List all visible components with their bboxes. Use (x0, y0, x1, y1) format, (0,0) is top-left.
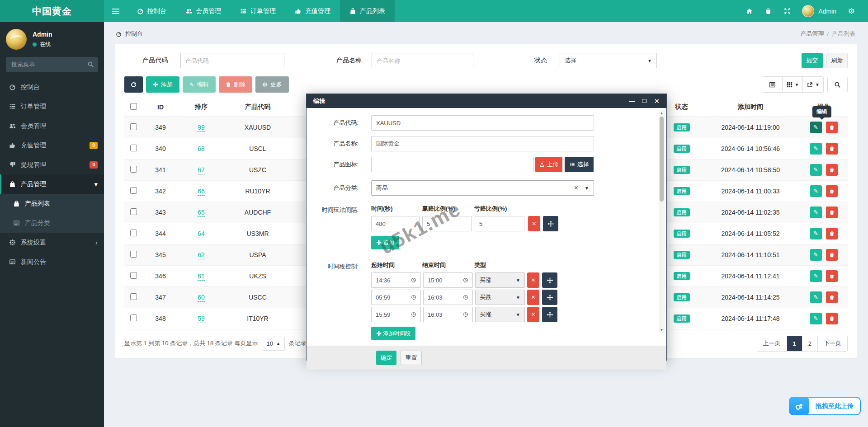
sidebar-toggle-button[interactable] (104, 0, 127, 22)
move-handle-button[interactable] (542, 272, 557, 288)
row-edit-button[interactable]: ✎ (810, 228, 822, 239)
period-start-input[interactable]: 14:36 (371, 272, 421, 288)
select-all-checkbox[interactable] (130, 103, 137, 110)
header-status[interactable]: 状态 (662, 98, 701, 117)
row-checkbox[interactable] (130, 251, 137, 258)
interval-time-input[interactable] (371, 216, 420, 231)
sort-link[interactable]: 66 (198, 188, 205, 196)
sidebar-item-dashboard[interactable]: 控制台 (0, 77, 104, 97)
settings-button[interactable] (842, 0, 861, 22)
sort-link[interactable]: 99 (198, 124, 205, 132)
modal-header[interactable]: 编辑 — ✕ (307, 94, 666, 108)
period-type-select[interactable]: 买涨▼ (475, 307, 525, 322)
scroll-up-icon[interactable]: ▲ (659, 111, 665, 115)
sort-link[interactable]: 68 (198, 145, 205, 153)
row-edit-button[interactable]: ✎ (810, 122, 822, 133)
nav-item-members[interactable]: 会员管理 (176, 0, 231, 22)
close-icon[interactable]: ✕ (654, 98, 660, 104)
toggle-view-button[interactable] (762, 77, 783, 92)
user-menu[interactable]: Admin (797, 5, 842, 17)
row-delete-button[interactable] (826, 164, 838, 176)
row-delete-button[interactable] (826, 143, 838, 155)
row-checkbox[interactable] (130, 230, 137, 236)
remove-interval-button[interactable]: ✕ (528, 216, 540, 231)
sidebar-item-withdraw[interactable]: 提现管理0 (0, 155, 104, 174)
sidebar-item-recharge[interactable]: 充值管理0 (0, 136, 104, 155)
interval-lose-input[interactable] (475, 216, 524, 231)
row-delete-button[interactable] (826, 206, 838, 218)
remove-period-button[interactable]: ✕ (527, 290, 539, 305)
columns-button[interactable]: ▼ (783, 77, 803, 92)
header-sort[interactable]: 排序 (179, 98, 224, 117)
more-button[interactable]: 更多 (255, 76, 289, 93)
clear-cache-button[interactable] (759, 0, 778, 22)
row-edit-button[interactable]: ✎ (810, 313, 822, 324)
row-edit-button[interactable]: ✎ (810, 185, 822, 197)
move-handle-button[interactable] (542, 307, 557, 322)
maximize-icon[interactable] (642, 99, 646, 103)
period-start-input[interactable]: 05:59 (371, 290, 421, 305)
sort-link[interactable]: 59 (198, 315, 205, 323)
sort-link[interactable]: 60 (198, 294, 205, 302)
scroll-down-icon[interactable]: ▼ (659, 328, 665, 332)
sidebar-item-system-settings[interactable]: 系统设置‹ (0, 233, 104, 252)
prev-page-button[interactable]: 上一页 (757, 336, 787, 351)
remove-period-button[interactable]: ✕ (527, 272, 539, 288)
product-icon-input[interactable] (371, 157, 534, 172)
sort-link[interactable]: 62 (198, 251, 205, 259)
row-checkbox[interactable] (130, 293, 137, 300)
page-2-button[interactable]: 2 (802, 336, 818, 351)
row-delete-button[interactable] (826, 185, 838, 197)
breadcrumb-section[interactable]: 产品管理 (800, 30, 824, 37)
clear-icon[interactable]: × (574, 184, 585, 192)
period-type-select[interactable]: 买涨▼ (475, 272, 525, 288)
period-start-input[interactable]: 15:59 (371, 307, 421, 322)
row-edit-button[interactable]: ✎ (810, 249, 822, 261)
sort-link[interactable]: 61 (198, 272, 205, 281)
header-code[interactable]: 产品代码 (224, 98, 292, 117)
edit-button[interactable]: ✎编辑 (183, 76, 216, 93)
sort-link[interactable]: 65 (198, 209, 205, 217)
sidebar-item-product-mgmt[interactable]: 产品管理▾ (0, 174, 104, 194)
add-period-button[interactable]: ✚添加时间段 (371, 327, 415, 340)
refresh-button[interactable]: 刷新 (826, 53, 848, 68)
home-button[interactable] (740, 0, 759, 22)
row-edit-button[interactable]: ✎ (810, 270, 822, 282)
append-interval-button[interactable]: ✚追加 (371, 236, 399, 249)
upload-button[interactable]: 上传 (535, 157, 562, 172)
drag-upload-widget[interactable]: 拖拽至此上传 (789, 397, 861, 415)
nav-item-recharge[interactable]: 充值管理 (285, 0, 340, 22)
row-checkbox[interactable] (130, 187, 137, 194)
nav-item-dashboard[interactable]: 控制台 (127, 0, 176, 22)
header-time[interactable]: 添加时间 (701, 98, 800, 117)
row-delete-button[interactable] (826, 228, 838, 239)
sidebar-item-news[interactable]: 新闻公告 (0, 252, 104, 272)
row-checkbox[interactable] (130, 208, 137, 215)
add-button[interactable]: ✚添加 (146, 76, 179, 93)
row-delete-button[interactable] (826, 249, 838, 261)
header-id[interactable]: ID (142, 98, 179, 117)
table-search-button[interactable] (827, 77, 848, 92)
row-edit-button[interactable]: ✎ (810, 291, 822, 303)
delete-button[interactable]: 删除 (219, 76, 252, 93)
product-code-input[interactable] (371, 115, 594, 131)
export-button[interactable]: ▼ (803, 77, 823, 92)
reload-table-button[interactable] (124, 76, 143, 93)
choose-button[interactable]: 选择 (565, 157, 594, 172)
status-filter-select[interactable]: 选择▼ (560, 53, 657, 68)
period-type-select[interactable]: 买跌▼ (475, 290, 525, 305)
row-edit-button[interactable]: ✎ (810, 164, 822, 176)
move-handle-button[interactable] (542, 290, 557, 305)
row-checkbox[interactable] (130, 145, 137, 151)
sidebar-item-product-list[interactable]: 产品列表 (0, 194, 104, 213)
submit-button[interactable]: 提交 (802, 53, 823, 68)
confirm-button[interactable]: 确定 (376, 351, 396, 365)
sidebar-item-product-category[interactable]: 产品分类 (0, 213, 104, 233)
nav-item-products[interactable]: 产品列表 (340, 0, 395, 22)
modal-scrollbar[interactable]: ▲ ▼ (659, 110, 665, 333)
row-delete-button[interactable] (826, 270, 838, 282)
code-filter-input[interactable] (180, 53, 284, 68)
row-checkbox[interactable] (130, 166, 137, 173)
sidebar-item-orders[interactable]: 订单管理 (0, 97, 104, 116)
nav-item-orders[interactable]: 订单管理 (231, 0, 285, 22)
